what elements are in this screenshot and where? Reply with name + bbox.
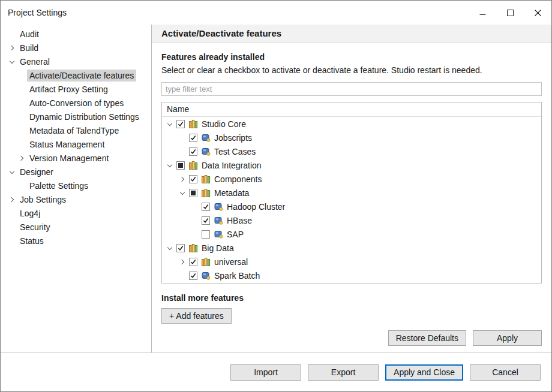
indent-spacer bbox=[162, 220, 190, 221]
category-icon bbox=[188, 161, 198, 170]
feature-row-sap[interactable]: SAP bbox=[162, 227, 541, 241]
sidebar-item-label: Auto-Conversion of types bbox=[27, 97, 126, 109]
restore-defaults-button[interactable]: Restore Defaults bbox=[388, 330, 466, 346]
feature-checkbox[interactable] bbox=[202, 230, 210, 239]
sidebar-item-status[interactable]: Status bbox=[1, 234, 151, 248]
sidebar-item-metadata-of-talendtype[interactable]: Metadata of TalendType bbox=[1, 123, 151, 137]
feature-label: Hadoop Cluster bbox=[227, 202, 285, 212]
feature-row-jobscripts[interactable]: Jobscripts bbox=[162, 131, 541, 144]
collapse-arrow-icon[interactable] bbox=[164, 247, 175, 249]
window-title: Project Settings bbox=[8, 8, 67, 17]
apply-button[interactable]: Apply bbox=[473, 330, 542, 346]
indent-spacer bbox=[162, 179, 177, 179]
features-tree: Name Studio CoreJobscriptsTest CasesData… bbox=[161, 102, 542, 284]
feature-checkbox[interactable] bbox=[202, 203, 210, 211]
titlebar: Project Settings bbox=[1, 1, 551, 25]
expand-arrow-icon[interactable] bbox=[7, 198, 17, 201]
sidebar-item-log4j[interactable]: Log4j bbox=[1, 206, 151, 220]
feature-checkbox[interactable] bbox=[189, 189, 197, 197]
window-controls bbox=[469, 1, 551, 25]
feature-row-components[interactable]: Components bbox=[162, 172, 541, 186]
sidebar-item-auto-conversion-of-types[interactable]: Auto-Conversion of types bbox=[1, 96, 151, 110]
feature-checkbox[interactable] bbox=[189, 272, 197, 280]
expand-arrow-icon[interactable] bbox=[177, 260, 188, 264]
sidebar-item-palette-settings[interactable]: Palette Settings bbox=[1, 179, 151, 192]
project-settings-window: Project Settings AuditBuildGeneralActiva… bbox=[0, 0, 552, 392]
sidebar-item-label: Build bbox=[17, 42, 41, 54]
sidebar-item-label: Job Settings bbox=[17, 194, 68, 206]
feature-icon bbox=[201, 133, 211, 142]
feature-checkbox[interactable] bbox=[176, 244, 185, 252]
install-section-title: Install more features bbox=[161, 293, 542, 303]
maximize-icon[interactable] bbox=[496, 1, 524, 25]
feature-checkbox[interactable] bbox=[176, 120, 185, 128]
apply-and-close-button[interactable]: Apply and Close bbox=[385, 364, 463, 381]
category-icon bbox=[201, 257, 211, 266]
dialog-footer: Import Export Apply and Close Cancel bbox=[1, 352, 551, 391]
expand-arrow-icon[interactable] bbox=[7, 46, 17, 50]
sidebar-item-label: Security bbox=[17, 221, 53, 233]
feature-row-universal[interactable]: universal bbox=[162, 255, 541, 269]
sidebar-item-build[interactable]: Build bbox=[1, 41, 151, 55]
import-button[interactable]: Import bbox=[230, 364, 301, 381]
feature-label: Studio Core bbox=[202, 119, 246, 129]
sidebar-item-designer[interactable]: Designer bbox=[1, 165, 151, 179]
collapse-arrow-icon[interactable] bbox=[164, 123, 175, 125]
collapse-arrow-icon[interactable] bbox=[164, 164, 175, 167]
close-icon[interactable] bbox=[524, 1, 551, 25]
feature-row-data-integration[interactable]: Data Integration bbox=[162, 158, 541, 172]
minimize-icon[interactable] bbox=[469, 1, 496, 25]
sidebar-item-audit[interactable]: Audit bbox=[1, 27, 151, 41]
export-button[interactable]: Export bbox=[308, 364, 379, 381]
sidebar-item-security[interactable]: Security bbox=[1, 220, 151, 234]
feature-row-hadoop-cluster[interactable]: Hadoop Cluster bbox=[162, 200, 541, 213]
feature-row-spark-batch[interactable]: Spark Batch bbox=[162, 269, 541, 282]
cancel-button[interactable]: Cancel bbox=[470, 364, 541, 381]
sidebar-item-label: Audit bbox=[17, 28, 41, 40]
collapse-arrow-icon[interactable] bbox=[177, 192, 188, 194]
feature-checkbox[interactable] bbox=[202, 216, 210, 225]
sidebar-item-artifact-proxy-setting[interactable]: Artifact Proxy Setting bbox=[1, 82, 151, 96]
feature-checkbox[interactable] bbox=[176, 161, 185, 170]
sidebar-item-general[interactable]: General bbox=[1, 55, 151, 68]
add-features-button[interactable]: + Add features bbox=[161, 308, 232, 324]
sidebar-item-label: Dynamic Distribution Settings bbox=[27, 111, 142, 123]
page-title-bar: Activate/Deactivate features bbox=[152, 25, 551, 43]
sidebar-item-label: Activate/Deactivate features bbox=[27, 70, 136, 82]
feature-label: Test Cases bbox=[214, 147, 256, 156]
feature-row-studio-core[interactable]: Studio Core bbox=[162, 117, 541, 131]
sidebar-item-activate-deactivate-features[interactable]: Activate/Deactivate features bbox=[1, 68, 151, 82]
feature-checkbox[interactable] bbox=[189, 147, 197, 156]
collapse-arrow-icon[interactable] bbox=[7, 61, 17, 63]
feature-checkbox[interactable] bbox=[189, 175, 197, 183]
feature-row-big-data[interactable]: Big Data bbox=[162, 241, 541, 255]
feature-label: Components bbox=[214, 174, 262, 184]
feature-row-metadata[interactable]: Metadata bbox=[162, 186, 541, 200]
sidebar-item-label: Version Management bbox=[27, 152, 111, 164]
sidebar-item-label: Metadata of TalendType bbox=[27, 125, 121, 137]
sidebar-item-job-settings[interactable]: Job Settings bbox=[1, 192, 151, 206]
tree-rows: Studio CoreJobscriptsTest CasesData Inte… bbox=[162, 117, 541, 282]
expand-arrow-icon[interactable] bbox=[177, 177, 188, 181]
sidebar-item-dynamic-distribution-settings[interactable]: Dynamic Distribution Settings bbox=[1, 110, 151, 123]
category-icon bbox=[201, 188, 211, 197]
feature-icon bbox=[201, 147, 211, 156]
sidebar-item-version-management[interactable]: Version Management bbox=[1, 151, 151, 165]
indent-spacer bbox=[162, 151, 177, 152]
collapse-arrow-icon[interactable] bbox=[7, 171, 17, 173]
indent-spacer bbox=[162, 137, 177, 138]
indent-spacer bbox=[162, 275, 177, 276]
filter-input[interactable] bbox=[161, 82, 542, 96]
feature-row-test-cases[interactable]: Test Cases bbox=[162, 144, 541, 158]
expand-arrow-icon[interactable] bbox=[16, 156, 27, 160]
feature-row-hbase[interactable]: HBase bbox=[162, 213, 541, 227]
category-icon bbox=[188, 119, 198, 128]
sidebar-item-status-management[interactable]: Status Management bbox=[1, 137, 151, 151]
feature-checkbox[interactable] bbox=[189, 134, 197, 142]
feature-icon bbox=[214, 202, 223, 211]
indent-spacer bbox=[162, 192, 177, 193]
indent-spacer bbox=[162, 261, 177, 262]
feature-checkbox[interactable] bbox=[189, 258, 197, 266]
sidebar-item-label: Palette Settings bbox=[27, 180, 91, 192]
sidebar-item-label: General bbox=[17, 56, 52, 68]
